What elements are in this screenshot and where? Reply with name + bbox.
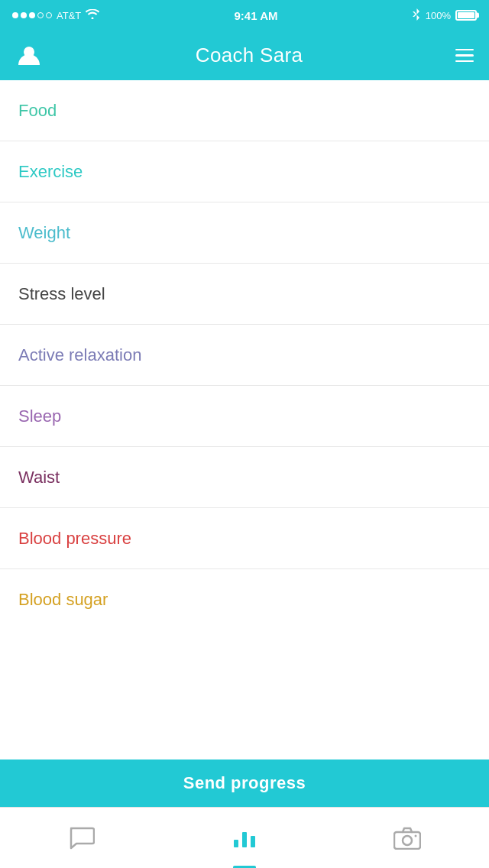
hamburger-line-3 [455, 60, 474, 63]
menu-item-label-active-relaxation: Active relaxation [18, 345, 141, 365]
menu-item-weight[interactable]: Weight [0, 202, 489, 264]
menu-item-blood-sugar[interactable]: Blood sugar [0, 569, 489, 630]
svg-point-6 [415, 834, 417, 837]
status-left: AT&T [12, 9, 99, 21]
menu-item-blood-pressure[interactable]: Blood pressure [0, 508, 489, 569]
battery-percent: 100% [426, 10, 451, 21]
menu-item-waist[interactable]: Waist [0, 447, 489, 508]
signal-dot-1 [12, 12, 18, 18]
tab-progress[interactable] [163, 808, 325, 868]
send-progress-label: Send progress [183, 773, 306, 793]
menu-item-label-blood-pressure: Blood pressure [18, 529, 131, 549]
avatar[interactable] [15, 42, 43, 70]
signal-dot-5 [46, 12, 52, 18]
svg-rect-3 [251, 836, 255, 847]
menu-item-active-relaxation[interactable]: Active relaxation [0, 325, 489, 386]
camera-icon [393, 824, 421, 852]
menu-item-label-exercise: Exercise [18, 162, 83, 182]
chat-icon [68, 824, 96, 852]
status-bar: AT&T 9:41 AM 100% [0, 0, 489, 31]
tab-chat[interactable] [0, 808, 163, 868]
menu-item-label-weight: Weight [18, 223, 70, 243]
signal-dot-2 [21, 12, 27, 18]
menu-item-exercise[interactable]: Exercise [0, 141, 489, 202]
carrier-label: AT&T [57, 10, 81, 21]
hamburger-line-2 [455, 54, 474, 57]
tab-camera[interactable] [326, 808, 489, 868]
page-title: Coach Sara [196, 44, 303, 67]
menu-item-label-sleep: Sleep [18, 406, 61, 426]
tab-bar [0, 807, 489, 868]
wifi-icon [86, 9, 99, 21]
menu-list: FoodExerciseWeightStress levelActive rel… [0, 80, 489, 760]
bar-chart-icon [231, 824, 258, 852]
menu-item-label-blood-sugar: Blood sugar [18, 590, 108, 610]
menu-item-stress-level[interactable]: Stress level [0, 264, 489, 325]
menu-item-sleep[interactable]: Sleep [0, 386, 489, 447]
svg-rect-4 [394, 832, 420, 849]
signal-dot-3 [29, 12, 35, 18]
menu-item-label-stress-level: Stress level [18, 284, 105, 304]
menu-item-food[interactable]: Food [0, 80, 489, 141]
hamburger-line-1 [455, 49, 474, 51]
bluetooth-icon [413, 8, 421, 23]
content-area: FoodExerciseWeightStress levelActive rel… [0, 80, 489, 868]
svg-point-5 [403, 836, 412, 845]
battery-icon [455, 10, 477, 21]
send-progress-button[interactable]: Send progress [0, 760, 489, 807]
svg-rect-2 [242, 832, 247, 847]
app-header: Coach Sara [0, 31, 489, 80]
hamburger-menu[interactable] [455, 49, 474, 63]
signal-dot-4 [37, 12, 44, 18]
menu-item-label-waist: Waist [18, 468, 60, 487]
signal-dots [12, 12, 52, 18]
status-time: 9:41 AM [235, 9, 278, 22]
svg-rect-1 [234, 840, 238, 847]
status-right: 100% [413, 8, 477, 23]
menu-item-label-food: Food [18, 101, 57, 121]
